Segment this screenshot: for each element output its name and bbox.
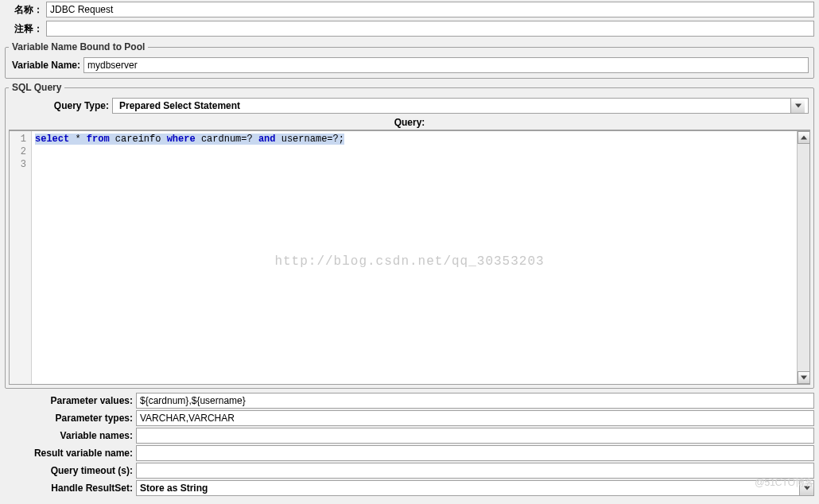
name-input[interactable]	[46, 2, 814, 17]
line-number: 3	[10, 158, 26, 171]
result-var-input[interactable]	[136, 445, 814, 461]
editor-gutter: 1 2 3	[10, 131, 32, 384]
scroll-down-icon[interactable]	[798, 371, 810, 384]
variable-name-label: Variable Name:	[10, 60, 83, 71]
chevron-down-icon	[790, 99, 805, 113]
param-values-row: Parameter values:	[0, 392, 819, 409]
sql-query-group: SQL Query Query Type: Prepared Select St…	[5, 82, 814, 389]
param-types-row: Parameter types:	[0, 409, 819, 427]
scroll-up-icon[interactable]	[798, 131, 810, 144]
variable-pool-legend: Variable Name Bound to Pool	[9, 41, 148, 52]
param-values-input[interactable]	[136, 393, 814, 409]
param-values-label: Parameter values:	[5, 395, 136, 406]
query-timeout-label: Query timeout (s):	[5, 465, 136, 476]
query-type-select[interactable]: Prepared Select Statement	[112, 98, 809, 114]
handle-resultset-row: Handle ResultSet: Store as String	[0, 479, 819, 497]
name-row: 名称：	[0, 0, 819, 19]
param-types-input[interactable]	[136, 410, 814, 426]
variable-names-label: Variable names:	[5, 430, 136, 441]
query-editor[interactable]: 1 2 3 select * from careinfo where cardn…	[9, 130, 810, 385]
comment-label: 注释：	[5, 22, 46, 36]
param-types-label: Parameter types:	[5, 413, 136, 424]
variable-names-row: Variable names:	[0, 427, 819, 444]
variable-pool-group: Variable Name Bound to Pool Variable Nam…	[5, 41, 814, 79]
comment-input[interactable]	[46, 21, 814, 37]
result-var-label: Result variable name:	[5, 448, 136, 459]
result-var-row: Result variable name:	[0, 444, 819, 462]
sql-query-legend: SQL Query	[9, 82, 64, 93]
handle-resultset-label: Handle ResultSet:	[5, 483, 136, 494]
editor-scrollbar[interactable]	[797, 131, 809, 384]
editor-content[interactable]: select * from careinfo where cardnum=? a…	[32, 131, 809, 384]
query-header: Query:	[9, 115, 810, 130]
query-timeout-row: Query timeout (s):	[0, 462, 819, 479]
variable-names-input[interactable]	[136, 428, 814, 444]
handle-resultset-value: Store as String	[137, 481, 211, 495]
handle-resultset-select[interactable]: Store as String	[136, 480, 814, 496]
comment-row: 注释：	[0, 19, 819, 38]
query-type-label: Query Type:	[10, 100, 112, 111]
variable-name-input[interactable]	[83, 57, 809, 73]
line-number: 2	[10, 145, 26, 158]
query-timeout-input[interactable]	[136, 463, 814, 479]
line-number: 1	[10, 133, 26, 145]
query-type-value: Prepared Select Statement	[116, 99, 243, 113]
chevron-down-icon	[799, 481, 813, 495]
name-label: 名称：	[5, 3, 46, 17]
